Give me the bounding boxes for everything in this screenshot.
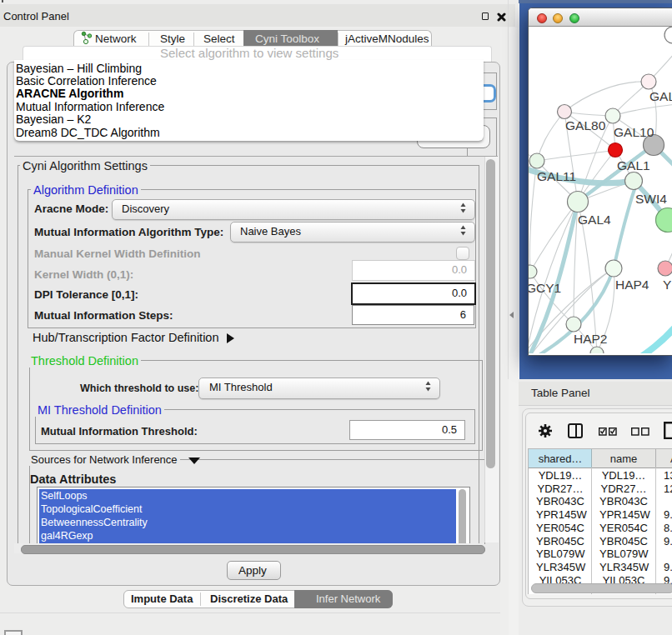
svg-text:GAL11: GAL11 [537,169,576,183]
svg-text:HAP2: HAP2 [574,332,608,346]
svg-text:SWI4: SWI4 [635,192,667,206]
svg-text:Y: Y [663,278,671,292]
svg-text:HAP4: HAP4 [615,278,649,292]
svg-text:GAL1: GAL1 [617,158,650,172]
svg-text:GAL2: GAL2 [649,89,672,103]
svg-text:GAL10: GAL10 [614,125,654,139]
svg-text:GAL4: GAL4 [578,212,611,227]
svg-text:GAL80: GAL80 [565,118,606,132]
svg-text:GCY1: GCY1 [529,281,561,295]
